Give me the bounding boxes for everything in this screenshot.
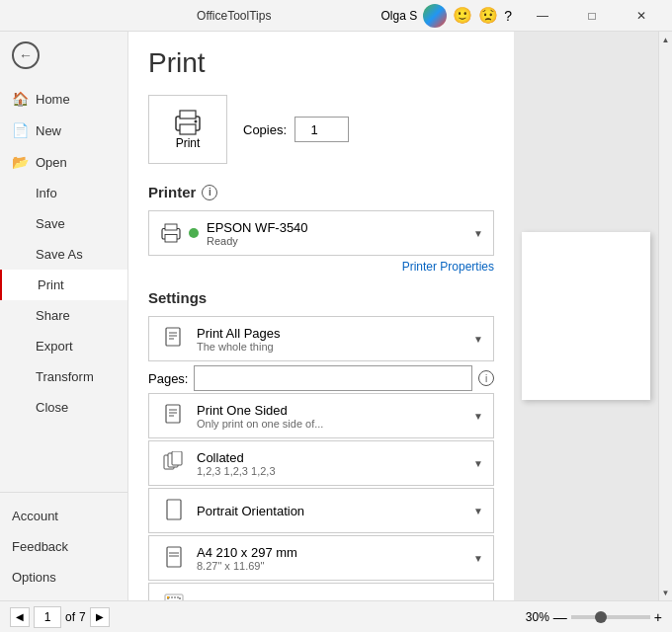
sidebar-item-open[interactable]: 📂 Open [0, 146, 127, 178]
sidebar-label-transform: Transform [36, 369, 94, 384]
sides-text: Print One Sided Only print on one side o… [197, 403, 473, 430]
printer-dropdown[interactable]: EPSON WF-3540 Ready ▼ [148, 210, 494, 256]
sidebar-item-close[interactable]: Close [0, 392, 127, 423]
printer-small-icon [159, 222, 183, 244]
sidebar-nav: 🏠 Home 📄 New 📂 Open Info Save Save A [0, 79, 127, 492]
svg-rect-6 [165, 224, 177, 230]
printer-icon-wrap [159, 222, 199, 244]
zoom-level-label: 30% [526, 610, 549, 624]
margins-dropdown[interactable]: Custom Margins ▼ [148, 583, 494, 600]
scroll-up-button[interactable]: ▲ [659, 32, 673, 47]
page-preview-sheet [522, 232, 650, 400]
print-pages-range-text: Print All Pages The whole thing [197, 326, 473, 353]
print-preview-area [514, 32, 658, 600]
print-pages-sub: The whole thing [197, 341, 473, 353]
printer-name: EPSON WF-3540 [207, 220, 473, 235]
sidebar-label-open: Open [36, 155, 67, 170]
printer-properties-link[interactable]: Printer Properties [148, 260, 494, 274]
sides-icon [159, 401, 189, 431]
sidebar-item-info[interactable]: Info [0, 178, 127, 208]
titlebar-user: Olga S 🙂 😟 ? [381, 4, 512, 28]
sidebar-item-print[interactable]: Print [0, 270, 127, 300]
paper-size-dropdown-arrow-icon: ▼ [473, 553, 483, 564]
margins-icon [159, 591, 189, 600]
collation-text: Collated 1,2,3 1,2,3 1,2,3 [197, 450, 473, 477]
scroll-down-button[interactable]: ▼ [659, 585, 673, 600]
collation-dropdown[interactable]: Collated 1,2,3 1,2,3 1,2,3 ▼ [148, 440, 494, 486]
user-name: Olga S [381, 9, 418, 23]
sidebar-item-save[interactable]: Save [0, 208, 127, 239]
print-button[interactable]: Print [148, 95, 227, 164]
minimize-button[interactable]: — [520, 0, 565, 32]
avatar [423, 4, 447, 28]
sidebar-item-save-as[interactable]: Save As [0, 239, 127, 270]
settings-section-title: Settings [148, 289, 494, 306]
pages-label: Pages: [148, 371, 188, 386]
orientation-dropdown[interactable]: Portrait Orientation ▼ [148, 488, 494, 533]
app-body: ← 🏠 Home 📄 New 📂 Open Info Save [0, 32, 672, 600]
printer-icon [172, 109, 204, 136]
prev-page-button[interactable]: ◀ [10, 607, 30, 627]
print-top-area: Print Copies: [148, 95, 494, 164]
collation-main: Collated [197, 450, 473, 465]
of-label: of [65, 610, 75, 624]
portrait-icon [165, 499, 183, 522]
current-page-input[interactable] [34, 606, 61, 628]
sidebar-item-share[interactable]: Share [0, 300, 127, 331]
sidebar-back-button[interactable]: ← [0, 32, 127, 79]
sides-dropdown-arrow-icon: ▼ [473, 411, 483, 422]
page-navigation: ◀ of 7 ▶ [10, 606, 110, 628]
printer-info: EPSON WF-3540 Ready [207, 220, 473, 247]
total-pages: 7 [79, 610, 86, 624]
collation-sub: 1,2,3 1,2,3 1,2,3 [197, 465, 473, 477]
print-pages-range-dropdown[interactable]: Print All Pages The whole thing ▼ [148, 316, 494, 361]
orientation-icon [159, 496, 189, 525]
copies-label: Copies: [243, 122, 287, 137]
sidebar-item-home[interactable]: 🏠 Home [0, 83, 127, 115]
print-button-label: Print [176, 136, 201, 150]
print-panel: Print Print Copies: [128, 32, 514, 600]
close-window-button[interactable]: ✕ [619, 0, 664, 32]
sidebar-label-new: New [36, 123, 61, 138]
maximize-button[interactable]: □ [569, 0, 615, 32]
zoom-plus-icon[interactable]: + [654, 609, 662, 625]
paper-size-dropdown[interactable]: A4 210 x 297 mm 8.27" x 11.69" ▼ [148, 535, 494, 581]
printer-info-icon[interactable]: i [202, 185, 217, 200]
emoji-smile-icon: 🙂 [453, 6, 472, 25]
sidebar-label-account: Account [12, 509, 58, 523]
help-icon[interactable]: ? [504, 8, 512, 24]
sidebar-item-export[interactable]: Export [0, 331, 127, 361]
print-sides-dropdown[interactable]: Print One Sided Only print on one side o… [148, 393, 494, 438]
home-icon: 🏠 [12, 91, 28, 107]
paper-size-icon [159, 543, 189, 573]
sidebar-item-transform[interactable]: Transform [0, 361, 127, 392]
sidebar: ← 🏠 Home 📄 New 📂 Open Info Save [0, 32, 128, 600]
zoom-thumb[interactable] [595, 611, 607, 623]
collated-icon [163, 451, 185, 475]
printer-status: Ready [207, 235, 473, 247]
zoom-minus-icon[interactable]: — [553, 609, 567, 625]
collation-dropdown-arrow-icon: ▼ [473, 458, 483, 469]
sidebar-label-export: Export [36, 339, 73, 354]
pages-input[interactable] [194, 365, 472, 391]
pages-range-icon [159, 324, 189, 354]
sidebar-label-options: Options [12, 570, 56, 585]
sidebar-item-account[interactable]: Account [0, 501, 127, 531]
paper-size-text: A4 210 x 297 mm 8.27" x 11.69" [197, 545, 473, 572]
new-icon: 📄 [12, 122, 28, 138]
pages-info-icon[interactable]: i [478, 370, 494, 386]
sidebar-label-info: Info [36, 186, 57, 200]
svg-rect-24 [167, 596, 169, 598]
collation-icon [159, 448, 189, 478]
sidebar-item-feedback[interactable]: Feedback [0, 531, 127, 562]
content-area: Print Print Copies: [128, 32, 672, 600]
svg-rect-1 [180, 124, 196, 134]
next-page-button[interactable]: ▶ [90, 607, 110, 627]
zoom-slider[interactable] [571, 615, 650, 619]
sidebar-item-new[interactable]: 📄 New [0, 115, 127, 146]
paper-size-main: A4 210 x 297 mm [197, 545, 473, 560]
orientation-text: Portrait Orientation [197, 504, 473, 518]
copies-input[interactable] [294, 117, 349, 142]
sidebar-item-options[interactable]: Options [0, 562, 127, 592]
sides-main: Print One Sided [197, 403, 473, 418]
